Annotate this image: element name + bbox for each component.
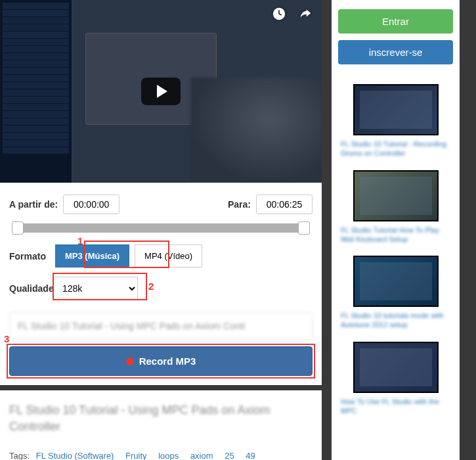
format-mp4-button[interactable]: MP4 (Vídeo) bbox=[135, 244, 202, 267]
tag-link[interactable]: loops bbox=[158, 451, 179, 460]
to-input[interactable] bbox=[256, 195, 313, 214]
related-thumb bbox=[353, 256, 439, 307]
signup-button[interactable]: inscrever-se bbox=[338, 40, 453, 64]
record-dot-icon bbox=[126, 357, 134, 365]
login-button[interactable]: Entrar bbox=[338, 9, 453, 34]
to-label: Para: bbox=[228, 199, 251, 210]
tag-link[interactable]: 25 bbox=[225, 451, 234, 460]
tag-link[interactable]: Fruity bbox=[125, 451, 147, 460]
slider-handle-end[interactable] bbox=[298, 221, 310, 235]
video-player[interactable] bbox=[0, 0, 322, 183]
slider-handle-start[interactable] bbox=[12, 221, 24, 235]
related-title: FL Studio 10 tutorials mode with Autotun… bbox=[338, 311, 453, 330]
tag-link[interactable]: FL Studio (Software) bbox=[36, 451, 114, 460]
format-mp3-button[interactable]: MP3 (Música) bbox=[55, 244, 129, 267]
related-video[interactable]: FL Studio 10 tutorials mode with Autotun… bbox=[338, 256, 453, 330]
share-icon[interactable] bbox=[297, 5, 314, 22]
related-video[interactable]: How To Use FL Studio with the MPC bbox=[338, 342, 453, 416]
video-title: FL Studio 10 Tutorial - Using MPC Pads o… bbox=[9, 402, 313, 435]
record-label: Record MP3 bbox=[139, 356, 196, 367]
tag-link[interactable]: 49 bbox=[246, 451, 255, 460]
related-thumb bbox=[353, 342, 439, 393]
record-button[interactable]: Record MP3 bbox=[9, 346, 313, 376]
from-label: A partir de: bbox=[9, 199, 58, 210]
format-label: Formato bbox=[9, 251, 50, 262]
tag-link[interactable]: axiom bbox=[190, 451, 213, 460]
quality-label: Qualidade bbox=[9, 283, 50, 294]
play-button[interactable] bbox=[141, 78, 181, 105]
related-thumb bbox=[353, 170, 439, 221]
related-title: FL Studio 10 Tutorial - Recording Drums … bbox=[338, 139, 453, 158]
quality-select[interactable]: 128k bbox=[53, 277, 138, 300]
annotation-2: 2 bbox=[148, 281, 154, 292]
title-preview: FL Studio 10 Tutorial - Using MPC Pads o… bbox=[9, 312, 313, 340]
related-title: FL Studio Tutorial How To Play Midi Keyb… bbox=[338, 225, 453, 244]
related-video[interactable]: FL Studio 10 Tutorial - Recording Drums … bbox=[338, 84, 453, 158]
watch-later-icon[interactable] bbox=[270, 5, 288, 22]
related-video[interactable]: FL Studio Tutorial How To Play Midi Keyb… bbox=[338, 170, 453, 244]
related-title: How To Use FL Studio with the MPC bbox=[338, 397, 453, 416]
range-slider[interactable] bbox=[12, 223, 310, 233]
related-thumb bbox=[353, 84, 439, 135]
from-input[interactable] bbox=[63, 195, 119, 214]
tags-label: Tags: bbox=[9, 451, 30, 460]
